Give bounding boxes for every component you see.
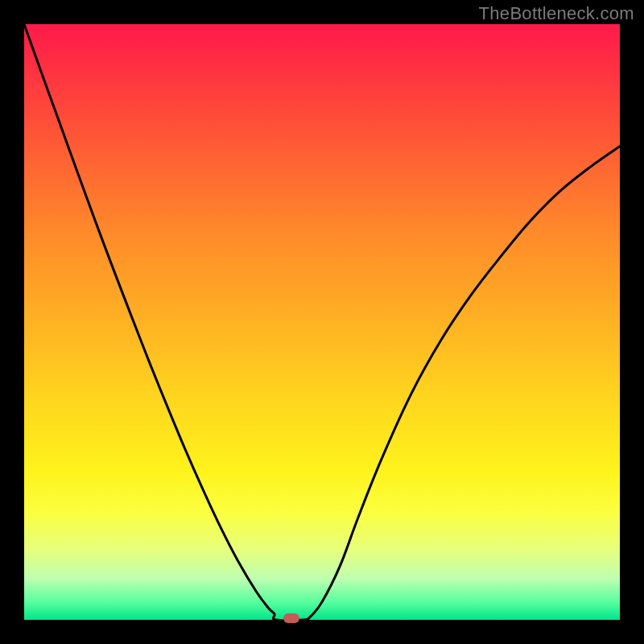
watermark-text: TheBottleneck.com [479, 3, 634, 24]
outer-frame: TheBottleneck.com [0, 0, 644, 644]
curve-path [24, 24, 620, 620]
optimum-marker [283, 613, 299, 623]
bottleneck-curve [24, 24, 620, 620]
